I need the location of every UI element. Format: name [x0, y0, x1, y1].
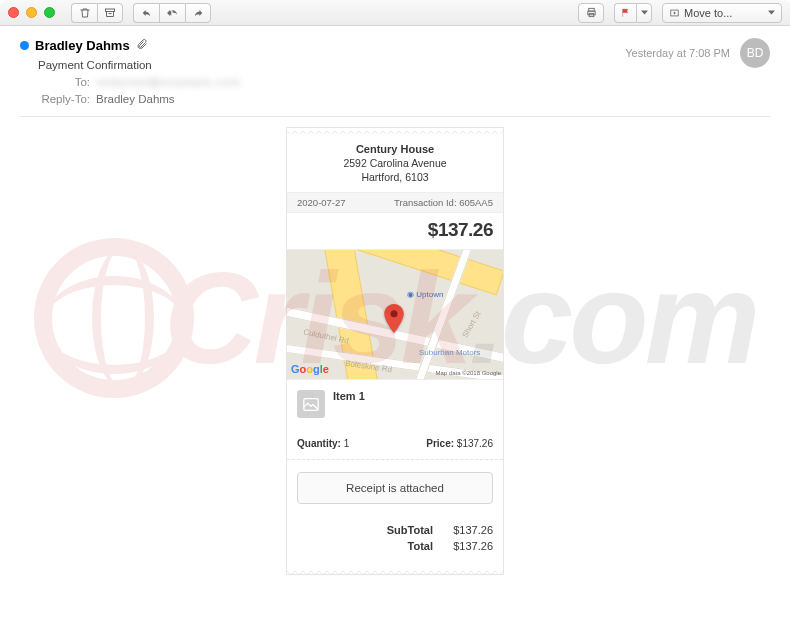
attachment-icon — [136, 38, 148, 53]
close-window-button[interactable] — [8, 7, 19, 18]
map-attribution: Map data ©2018 Google — [436, 370, 501, 376]
minimize-window-button[interactable] — [26, 7, 37, 18]
subject-line: Payment Confirmation — [38, 57, 241, 74]
reply-group — [133, 3, 211, 23]
reply-button[interactable] — [133, 3, 159, 23]
reply-to-value: Bradley Dahms — [96, 93, 175, 105]
subtotal-value: $137.26 — [441, 522, 493, 538]
forward-button[interactable] — [185, 3, 211, 23]
message-body: Century House 2592 Carolina Avenue Hartf… — [0, 127, 790, 595]
total-value: $137.26 — [441, 538, 493, 554]
line-item: Item 1 Quantity: 1 Price: $137.26 — [287, 380, 503, 460]
total-label: Total — [408, 538, 433, 554]
move-to-label: Move to... — [684, 7, 732, 19]
merchant-address2: Hartford, 6103 — [297, 170, 493, 184]
reply-to-label: Reply-To: — [38, 91, 90, 108]
qty-label: Quantity: — [297, 438, 341, 449]
totals: SubTotal$137.26 Total$137.26 — [287, 516, 503, 568]
svg-point-5 — [390, 310, 397, 317]
qty-value: 1 — [344, 438, 350, 449]
header-divider — [20, 116, 770, 117]
sender-name: Bradley Dahms — [35, 38, 130, 53]
avatar-initials: BD — [747, 46, 764, 60]
reply-all-button[interactable] — [159, 3, 185, 23]
avatar: BD — [740, 38, 770, 68]
map-label-suburban: Suburban Motors — [419, 348, 480, 357]
archive-button[interactable] — [97, 3, 123, 23]
print-button[interactable] — [578, 3, 604, 23]
price-label: Price: — [426, 438, 454, 449]
message-header: Bradley Dahms Payment Confirmation To:re… — [0, 26, 790, 116]
svg-rect-0 — [106, 9, 115, 12]
flag-button[interactable] — [614, 3, 636, 23]
flag-menu-button[interactable] — [636, 3, 652, 23]
to-value: redacted@example.com — [96, 76, 241, 88]
receipt-date: 2020-07-27 — [297, 197, 346, 208]
receipt-amount: $137.26 — [287, 213, 503, 250]
txn-id: 605AA5 — [459, 197, 493, 208]
map-label-uptown: Uptown — [416, 290, 443, 299]
timestamp: Yesterday at 7:08 PM — [625, 47, 730, 59]
price-value: $137.26 — [457, 438, 493, 449]
to-label: To: — [38, 74, 90, 91]
receipt-attached-label: Receipt is attached — [346, 482, 444, 494]
merchant-address1: 2592 Carolina Avenue — [297, 156, 493, 170]
map-road-short: Short St — [460, 310, 482, 340]
merchant-name: Century House — [297, 142, 493, 156]
zoom-window-button[interactable] — [44, 7, 55, 18]
receipt-bottom-edge — [287, 568, 503, 574]
window-titlebar: Move to... — [0, 0, 790, 26]
map: ◉ Uptown Suburban Motors Culduthel Rd Bo… — [287, 250, 503, 380]
trash-button[interactable] — [71, 3, 97, 23]
subtotal-label: SubTotal — [387, 522, 433, 538]
delete-archive-group — [71, 3, 123, 23]
txn-label: Transaction Id: — [394, 197, 456, 208]
receipt-attached-button[interactable]: Receipt is attached — [297, 472, 493, 504]
unread-dot-icon — [20, 41, 29, 50]
item-name: Item 1 — [333, 390, 365, 402]
receipt: Century House 2592 Carolina Avenue Hartf… — [286, 127, 504, 575]
traffic-lights — [8, 7, 55, 18]
move-to-button[interactable]: Move to... — [662, 3, 782, 23]
item-thumbnail-icon — [297, 390, 325, 418]
map-pin-icon — [383, 304, 405, 336]
google-logo: Google — [291, 363, 329, 375]
